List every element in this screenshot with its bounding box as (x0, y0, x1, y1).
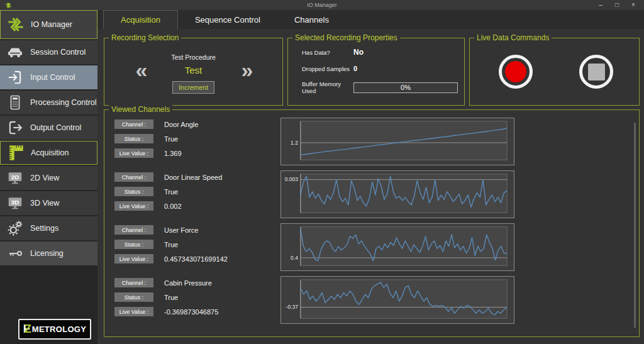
sidebar-item-label: 3D View (30, 199, 59, 208)
channel-status: True (164, 241, 178, 248)
svg-text:0.003: 0.003 (285, 176, 298, 182)
live-data-commands-group: Live Data Commands (469, 38, 640, 106)
recording-properties-group: Selected Recording Properties Has Data? … (287, 38, 465, 106)
tab-label: Acquisition (121, 15, 160, 25)
line-chart: -0.37 (281, 277, 514, 323)
channel-label-badge: Channel : (114, 278, 153, 287)
sidebar-item-2d-view[interactable]: 2D 2D View (0, 166, 97, 190)
logo-text: METROLOGY (32, 325, 86, 334)
sidebar-item-input-control[interactable]: Input Control (0, 65, 97, 89)
previous-recording-button[interactable]: « (136, 64, 146, 77)
channel-info: Channel : Door Angle Status : True Live … (109, 118, 280, 165)
stop-icon (588, 64, 605, 80)
sidebar-item-label: Input Control (30, 73, 75, 82)
tab-content: Recording Selection Test Procedure « Tes… (97, 29, 644, 344)
sidebar-item-acquisition[interactable]: Acquisition (0, 141, 97, 165)
app-icon (5, 2, 12, 9)
sidebar-item-settings[interactable]: Settings (0, 216, 97, 240)
channel-live-value: 1.369 (164, 150, 182, 157)
tab-acquisition[interactable]: Acquisition (103, 10, 178, 29)
channel-status: True (164, 294, 178, 301)
channel-chart-panel: 0.003 (280, 170, 514, 218)
buffer-memory-label: Buffer Memory Used (302, 80, 353, 94)
sidebar-item-io-manager[interactable]: IO Manager (0, 10, 97, 39)
channel-live-value: 0.457343071699142 (164, 255, 228, 263)
sidebar-item-processing-control[interactable]: Processing Control (0, 91, 97, 114)
increment-button[interactable]: Increment (172, 81, 214, 94)
output-arrow-icon (0, 119, 30, 136)
status-label-badge: Status : (114, 187, 153, 196)
sidebar-item-label: Licensing (30, 249, 64, 258)
svg-text:1.2: 1.2 (291, 140, 298, 146)
channel-status: True (164, 135, 178, 143)
channel-row: Channel : Door Angle Status : True Live … (109, 118, 639, 165)
group-title: Recording Selection (109, 33, 181, 42)
main-area: Acquisition Sequence Control Channels Re… (97, 10, 644, 344)
maximize-button[interactable]: □ (609, 0, 625, 10)
line-chart: 1.2 (281, 118, 514, 165)
channel-name: Cabin Pressure (164, 279, 212, 287)
window-controls: – □ × (592, 0, 644, 10)
viewed-channels-group: Viewed Channels Channel : Door Angle Sta… (104, 109, 640, 337)
sidebar-item-3d-view[interactable]: 3D 3D View (0, 191, 97, 215)
sidebar-item-label: Processing Control (30, 98, 97, 107)
dropped-samples-value: 0 (353, 65, 458, 72)
channel-live-value: 0.002 (164, 203, 182, 210)
minimize-button[interactable]: – (592, 0, 609, 10)
logo-letter-z: Z (25, 323, 31, 336)
sidebar-item-output-control[interactable]: Output Control (0, 116, 97, 140)
channel-name: User Force (164, 226, 198, 234)
sidebar-item-label: IO Manager (31, 20, 72, 29)
channel-row: Channel : User Force Status : True Live … (109, 223, 639, 271)
status-label-badge: Status : (114, 292, 153, 302)
channel-name: Door Linear Speed (164, 174, 222, 181)
tab-label: Channels (294, 15, 329, 25)
buffer-progress-bar: 0% (353, 82, 458, 93)
input-arrow-icon (0, 69, 30, 86)
monitor-3d-icon: 3D (0, 195, 30, 211)
titlebar: IO Manager – □ × (0, 0, 644, 10)
has-data-value: No (353, 48, 458, 57)
tab-bar: Acquisition Sequence Control Channels (97, 10, 644, 29)
gears-icon (0, 220, 30, 236)
channel-row: Channel : Door Linear Speed Status : Tru… (109, 170, 639, 218)
channel-info: Channel : Door Linear Speed Status : Tru… (109, 170, 280, 218)
close-button[interactable]: × (625, 0, 641, 10)
car-icon (0, 44, 30, 60)
charts-scrollbar[interactable] (634, 123, 636, 328)
key-icon (0, 245, 30, 262)
test-procedure-label: Test Procedure (171, 53, 216, 61)
ruler-icon (1, 144, 31, 162)
recording-selection-group: Recording Selection Test Procedure « Tes… (104, 38, 283, 106)
record-button[interactable] (499, 55, 533, 89)
stop-button[interactable] (579, 55, 613, 89)
channel-live-value: -0.369873046875 (164, 308, 218, 316)
next-recording-button[interactable]: » (242, 64, 252, 77)
tab-channels[interactable]: Channels (277, 10, 346, 29)
status-label-badge: Status : (114, 134, 153, 143)
sidebar-item-session-control[interactable]: Session Control (0, 40, 97, 64)
group-title: Live Data Commands (474, 33, 552, 42)
dropped-samples-label: Dropped Samples (302, 65, 353, 72)
has-data-label: Has Data? (302, 49, 353, 56)
record-icon (505, 61, 526, 82)
sidebar-item-licensing[interactable]: Licensing (0, 241, 97, 265)
live-value-label-badge: Live Value : (114, 201, 153, 211)
channel-name: Door Angle (164, 121, 198, 128)
channel-status: True (164, 188, 178, 196)
channel-chart-panel: 1.2 (280, 118, 514, 165)
buffer-percent-text: 0% (401, 84, 411, 91)
live-value-label-badge: Live Value : (114, 148, 153, 158)
io-manager-arrows-icon (1, 16, 31, 33)
channel-info: Channel : User Force Status : True Live … (109, 223, 280, 271)
svg-text:-0.37: -0.37 (286, 304, 299, 310)
sidebar-item-label: Settings (30, 224, 58, 233)
svg-text:3D: 3D (11, 199, 19, 206)
sidebar-item-label: Session Control (30, 48, 86, 57)
channel-chart-panel: 0.4 (280, 223, 514, 271)
sidebar-item-label: Output Control (30, 123, 81, 132)
svg-text:2D: 2D (11, 174, 19, 180)
channel-row: Channel : Cabin Pressure Status : True L… (109, 276, 639, 324)
tab-sequence-control[interactable]: Sequence Control (178, 10, 277, 29)
svg-text:0.4: 0.4 (291, 255, 298, 261)
